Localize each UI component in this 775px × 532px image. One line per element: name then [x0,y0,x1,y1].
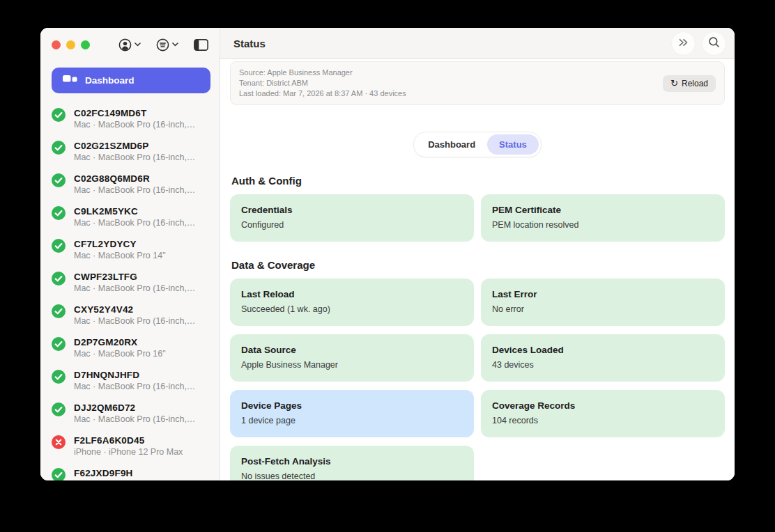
toggle-sidebar-button[interactable] [194,39,208,51]
status-card-title: Credentials [241,205,463,215]
main-panel: Status [220,28,735,480]
device-detail: Mac · MacBook Pro (16-inch,… [74,381,195,392]
section-title: Data & Coverage [231,259,723,271]
status-card[interactable]: Credentials Configured [230,194,474,242]
status-ok-icon [52,472,66,480]
device-list-item[interactable]: F62JXD9F9H [40,462,220,480]
device-serial: D2P7GM20RX [74,336,166,348]
person-icon [118,38,132,52]
status-card[interactable]: Last Reload Succeeded (1 wk. ago) [230,279,474,326]
status-card[interactable]: Devices Loaded 43 devices [481,334,725,382]
status-card-value: Succeeded (1 wk. ago) [241,304,463,314]
chevron-down-icon [135,42,141,47]
sidebar-toolbar [40,28,220,61]
status-card-title: Last Reload [241,289,463,299]
status-card-title: Devices Loaded [492,345,714,355]
device-list-item[interactable]: C02FC149MD6T Mac · MacBook Pro (16-inch,… [40,102,220,135]
device-list-item[interactable]: D7HNQNJHFD Mac · MacBook Pro (16-inch,… [40,364,220,397]
device-serial: C02FC149MD6T [74,107,195,119]
status-section: Auth & Config Credentials Configured PEM… [230,175,725,242]
status-card-title: Last Error [492,289,714,299]
device-list: C02FC149MD6T Mac · MacBook Pro (16-inch,… [40,100,220,480]
chevron-down-icon [172,42,178,47]
device-list-item[interactable]: CF7L2YDYCY Mac · MacBook Pro 14" [40,233,220,266]
status-ok-icon [52,276,66,288]
status-card-title: Coverage Records [492,400,714,411]
status-ok-icon [52,341,66,353]
device-serial: CF7L2YDYCY [74,238,166,250]
device-list-item[interactable]: F2LF6A6K0D45 iPhone · iPhone 12 Pro Max [40,430,220,462]
filter-list-icon [156,38,169,52]
status-card-value: No error [492,304,714,314]
device-detail: Mac · MacBook Pro (16-inch,… [74,315,195,327]
device-list-item[interactable]: DJJ2QM6D72 Mac · MacBook Pro (16-inch,… [40,397,220,430]
device-list-item[interactable]: CXY52Y4V42 Mac · MacBook Pro (16-inch,… [40,299,220,331]
status-section: Data & Coverage Last Reload Succeeded (1… [230,259,725,480]
device-list-item[interactable]: C02G21SZMD6P Mac · MacBook Pro (16-inch,… [40,135,220,168]
status-card-title: Post-Fetch Analysis [241,456,463,467]
device-list-item[interactable]: C9LK2M5YKC Mac · MacBook Pro (16-inch,… [40,201,220,233]
card-grid: Last Reload Succeeded (1 wk. ago) Last E… [230,279,725,480]
device-serial: C02G88Q6MD6R [74,173,195,185]
info-strip: Source: Apple Business Manager Tenant: D… [220,59,735,111]
search-icon [708,36,720,50]
reload-button[interactable]: ↻ Reload [663,75,716,92]
status-card-value: Configured [241,220,463,230]
device-detail: Mac · MacBook Pro (16-inch,… [74,152,195,163]
status-card[interactable]: PEM Certificate PEM location resolved [481,194,725,242]
status-ok-icon [52,210,66,222]
device-serial: D7HNQNJHFD [74,369,195,381]
source-info-card: Source: Apple Business Manager Tenant: D… [230,61,725,105]
tab-dashboard[interactable]: Dashboard [416,134,487,155]
device-serial: F2LF6A6K0D45 [74,435,183,446]
device-list-item[interactable]: C02G88Q6MD6R Mac · MacBook Pro (16-inch,… [40,168,220,201]
device-detail: Mac · MacBook Pro 16" [74,348,166,359]
status-card[interactable]: Last Error No error [481,279,725,326]
device-detail: Mac · MacBook Pro 14" [74,250,166,261]
device-list-item[interactable]: D2P7GM20RX Mac · MacBook Pro 16" [40,331,220,364]
status-ok-icon [52,145,66,157]
window-controls [52,40,90,49]
zoom-window-button[interactable] [81,40,90,49]
info-last-loaded: Last loaded: Mar 7, 2026 at 8:37 AM · 43… [239,88,406,99]
info-source: Source: Apple Business Manager [239,68,406,78]
status-card[interactable]: Post-Fetch Analysis No issues detected [230,446,474,480]
status-card[interactable]: Coverage Records 104 records [481,390,725,437]
device-list-item[interactable]: CWPF23LTFG Mac · MacBook Pro (16-inch,… [40,266,220,299]
page-title: Status [233,38,266,49]
status-card[interactable]: Device Pages 1 device page [230,390,474,437]
view-switcher: Dashboard Status [230,132,725,157]
dashboard-label: Dashboard [85,75,135,86]
status-card-value: 1 device page [241,416,463,425]
section-title: Auth & Config [231,175,723,187]
status-card-value: PEM location resolved [492,220,714,230]
account-menu-button[interactable] [118,38,141,52]
minimize-window-button[interactable] [66,40,75,49]
device-detail: Mac · MacBook Pro (16-inch,… [74,217,195,228]
device-detail: Mac · MacBook Pro (16-inch,… [74,414,195,425]
status-card-value: 104 records [492,416,714,425]
sidebar: Dashboard C02FC149MD6T Mac · MacBook Pro… [40,28,220,480]
status-card[interactable]: Data Source Apple Business Manager [230,334,474,382]
status-ok-icon [52,178,66,189]
tab-status[interactable]: Status [487,134,539,155]
device-detail: Mac · MacBook Pro (16-inch,… [74,119,195,130]
close-window-button[interactable] [52,40,61,49]
search-button[interactable] [703,32,726,55]
expand-panel-button[interactable] [672,32,695,55]
status-card-value: 43 devices [492,360,714,370]
device-serial: CWPF23LTFG [74,271,195,283]
status-card-value: No issues detected [241,471,463,480]
status-ok-icon [52,112,66,124]
status-sections: Auth & Config Credentials Configured PEM… [230,175,725,480]
device-serial: C02G21SZMD6P [74,140,195,152]
reload-label: Reload [682,79,708,88]
sidebar-item-dashboard[interactable]: Dashboard [52,68,210,93]
status-ok-icon [52,374,66,386]
device-serial: F62JXD9F9H [74,467,133,479]
device-detail: Mac · MacBook Pro (16-inch,… [74,283,195,294]
filter-menu-button[interactable] [156,38,178,52]
status-ok-icon [52,407,66,418]
device-serial: DJJ2QM6D72 [74,402,195,414]
reload-icon: ↻ [670,79,678,88]
